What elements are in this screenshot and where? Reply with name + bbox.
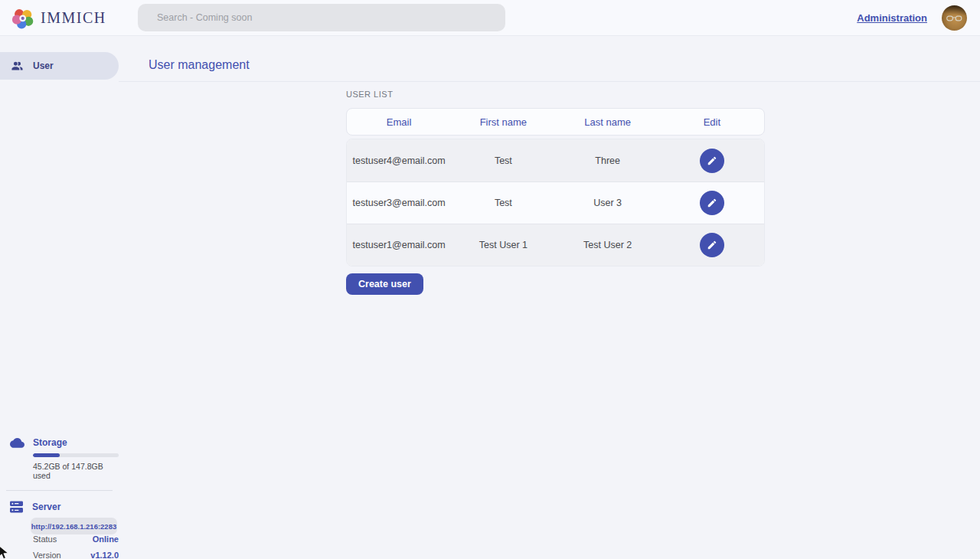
page-title: User management [149,58,250,72]
server-title: Server [32,502,60,512]
storage-section-header: Storage [10,436,119,448]
user-table: testuser4@email.com Test Three testuser3… [346,139,765,266]
search-input[interactable] [138,4,505,31]
storage-progress-bar [33,453,119,457]
header-edit: Edit [660,116,764,128]
cell-email: testuser1@email.com [347,240,451,250]
users-group-icon [11,60,24,73]
immich-flower-icon [12,8,34,29]
topbar-right-group: Administration [857,0,967,36]
storage-title: Storage [33,437,67,448]
cell-last-name: Three [556,155,660,166]
server-url-badge: http://192.168.1.216:2283 [31,518,117,534]
pencil-icon [707,240,717,250]
server-version-row: Version v1.12.0 [33,551,119,559]
create-user-button[interactable]: Create user [346,273,423,295]
cell-email: testuser4@email.com [347,155,451,166]
header-last-name: Last name [556,116,660,128]
cell-email: testuser3@email.com [347,198,451,208]
server-icon [10,501,24,513]
version-label: Version [33,551,61,559]
table-row: testuser4@email.com Test Three [347,139,764,181]
header-email: Email [347,116,451,128]
status-value: Online [93,534,119,544]
administration-link[interactable]: Administration [857,12,927,24]
sidebar-divider [6,490,113,491]
pencil-icon [707,155,717,166]
user-table-header: Email First name Last name Edit [346,108,765,136]
user-avatar[interactable] [942,5,967,31]
table-row: testuser3@email.com Test User 3 [347,181,764,224]
top-navigation-bar: IMMICH Administration [0,0,980,36]
sidebar-item-label: User [33,60,54,71]
cloud-icon [10,436,24,448]
avatar-glasses-detail [946,15,962,22]
sidebar-status-panel: Storage 45.2GB of 147.8GB used Server ht… [0,436,119,559]
cell-first-name: Test [451,198,555,208]
cell-last-name: Test User 2 [556,240,660,250]
status-label: Status [33,534,57,544]
mouse-cursor [0,545,9,559]
sidebar: User Storage 45.2GB of 147.8GB used [0,36,119,559]
cell-first-name: Test [451,155,555,166]
storage-usage-text: 45.2GB of 147.8GB used [33,462,119,480]
server-section: Server http://192.168.1.216:2283 Status … [0,501,119,559]
storage-progress-fill [33,453,60,457]
app-title: IMMICH [41,9,106,27]
server-status-row: Status Online [33,534,119,544]
user-list-section-label: USER LIST [346,90,393,99]
sidebar-item-users[interactable]: User [0,52,119,80]
table-row: testuser1@email.com Test User 1 Test Use… [347,224,764,266]
edit-user-button[interactable] [700,191,724,215]
version-value: v1.12.0 [90,551,119,559]
edit-user-button[interactable] [700,149,724,173]
app-logo[interactable]: IMMICH [12,0,106,36]
title-divider [119,81,980,82]
cell-last-name: User 3 [556,198,660,208]
edit-user-button[interactable] [700,233,724,257]
cell-first-name: Test User 1 [451,240,555,250]
server-section-header: Server [10,501,119,513]
pencil-icon [707,198,717,208]
header-first-name: First name [451,116,555,128]
